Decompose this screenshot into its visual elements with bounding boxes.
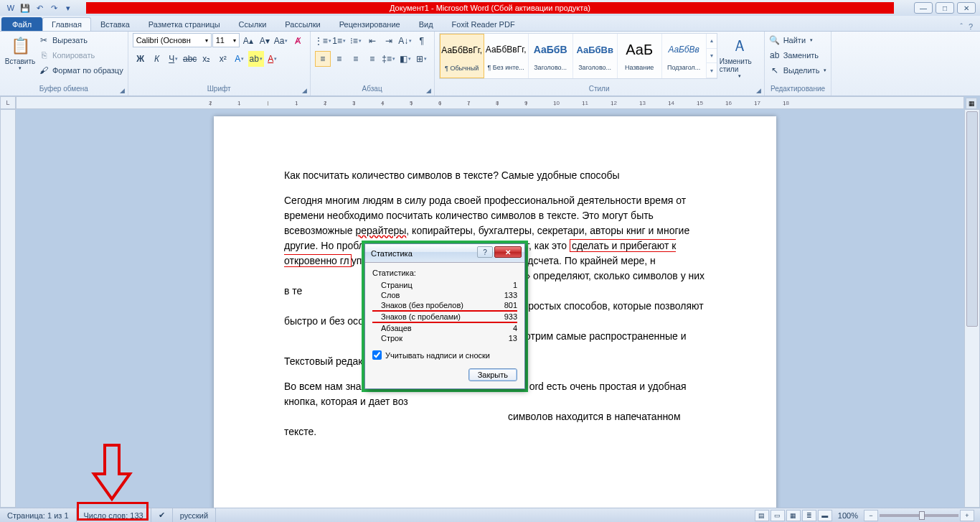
brush-icon: 🖌 <box>38 65 50 76</box>
zoom-slider[interactable] <box>880 514 958 517</box>
close-window-button[interactable]: ✕ <box>957 2 976 14</box>
paste-button[interactable]: 📋 Вставить▾ <box>4 33 36 71</box>
title-bar: W 💾 ↶ ↷ ▾ Документ1 - Microsoft Word (Сб… <box>0 0 980 16</box>
ribbon: 📋 Вставить▾ ✂Вырезать ⎘Копировать 🖌Форма… <box>0 32 980 96</box>
change-case-button[interactable]: Aa <box>273 33 289 49</box>
copy-button[interactable]: ⎘Копировать <box>38 48 123 62</box>
superscript-button[interactable]: x² <box>215 51 231 67</box>
dialog-close-ok-button[interactable]: Закрыть <box>468 368 517 381</box>
ruler-toggle[interactable]: ▦ <box>966 98 977 109</box>
tab-selector[interactable]: L <box>0 96 16 109</box>
select-button[interactable]: ↖Выделить▾ <box>769 63 827 78</box>
style-no-spacing[interactable]: АаБбВвГг,¶ Без инте... <box>484 34 529 78</box>
clipboard-launcher[interactable]: ◢ <box>120 85 125 95</box>
view-web-layout[interactable]: ▦ <box>786 510 801 521</box>
zoom-out-button[interactable]: − <box>864 510 878 521</box>
increase-indent-button[interactable]: ⇥ <box>381 33 397 49</box>
style-subtitle[interactable]: АаБбВвПодзагол... <box>662 34 707 78</box>
copy-icon: ⎘ <box>38 50 50 61</box>
minimize-ribbon-button[interactable]: ˆ <box>960 22 963 31</box>
dialog-close-button[interactable]: ✕ <box>494 246 522 258</box>
align-center-button[interactable]: ≡ <box>331 51 347 67</box>
cut-button[interactable]: ✂Вырезать <box>38 33 123 47</box>
font-color-button[interactable]: A <box>265 51 281 67</box>
show-marks-button[interactable]: ¶ <box>414 33 430 49</box>
vertical-scrollbar[interactable]: ▦ <box>964 109 980 508</box>
find-icon: 🔍 <box>769 34 781 46</box>
italic-button[interactable]: К <box>149 51 165 67</box>
horizontal-ruler[interactable]: 21 1 23 45 67 89 1011 1213 1415 1617 18 <box>16 96 964 109</box>
change-styles-button[interactable]: Ａ Изменить стили▾ <box>720 33 760 79</box>
group-editing: 🔍Найти▾ abЗаменить ↖Выделить▾ Редактиров… <box>765 32 832 95</box>
word-icon[interactable]: W <box>4 1 17 14</box>
shading-button[interactable]: ◧ <box>397 51 413 67</box>
tab-mailings[interactable]: Рассылки <box>275 17 329 31</box>
tab-insert[interactable]: Вставка <box>91 17 139 31</box>
clear-formatting-button[interactable]: Ⱥ <box>290 33 306 49</box>
format-painter-button[interactable]: 🖌Формат по образцу <box>38 63 123 78</box>
style-heading2[interactable]: АаБбВвЗаголово... <box>573 34 618 78</box>
scroll-thumb[interactable] <box>966 111 978 327</box>
annotation-wordcount-box <box>77 502 149 521</box>
align-right-button[interactable]: ≡ <box>348 51 364 67</box>
zoom-in-button[interactable]: + <box>960 510 974 521</box>
qat-more-button[interactable]: ▾ <box>62 1 75 14</box>
dialog-help-button[interactable]: ? <box>477 246 493 258</box>
maximize-button[interactable]: □ <box>936 2 954 14</box>
font-size-combo[interactable]: 11▾ <box>212 33 240 47</box>
highlight-button[interactable]: ab <box>248 51 264 67</box>
view-full-screen[interactable]: ▭ <box>771 510 785 521</box>
zoom-level[interactable]: 100% <box>838 511 858 520</box>
doc-heading: Как посчитать количество символов в текс… <box>284 168 706 183</box>
font-launcher[interactable]: ◢ <box>302 85 307 95</box>
multilevel-button[interactable]: ⁝≡ <box>348 33 364 49</box>
help-button[interactable]: ? <box>969 22 973 31</box>
status-language[interactable]: русский <box>173 508 216 522</box>
tab-file[interactable]: Файл <box>1 17 42 31</box>
dialog-titlebar[interactable]: Статистика ? ✕ <box>365 244 524 263</box>
underline-button[interactable]: Ч <box>166 51 182 67</box>
replace-button[interactable]: abЗаменить <box>769 48 819 62</box>
tab-review[interactable]: Рецензирование <box>330 17 410 31</box>
vertical-ruler[interactable] <box>0 109 16 508</box>
shrink-font-button[interactable]: A▾ <box>257 33 273 49</box>
tab-references[interactable]: Ссылки <box>230 17 276 31</box>
numbering-button[interactable]: 1≡ <box>331 33 347 49</box>
line-spacing-button[interactable]: ‡≡ <box>381 51 397 67</box>
tab-foxit[interactable]: Foxit Reader PDF <box>443 17 524 31</box>
tab-page-layout[interactable]: Разметка страницы <box>139 17 230 31</box>
decrease-indent-button[interactable]: ⇤ <box>364 33 380 49</box>
styles-launcher[interactable]: ◢ <box>756 85 761 95</box>
grow-font-button[interactable]: A▴ <box>240 33 256 49</box>
view-print-layout[interactable]: ▤ <box>755 510 769 521</box>
strike-button[interactable]: abc <box>182 51 198 67</box>
save-button[interactable]: 💾 <box>19 1 32 14</box>
style-heading1[interactable]: АаБбВЗаголово... <box>529 34 573 78</box>
text-effects-button[interactable]: A <box>232 51 248 67</box>
paragraph-launcher[interactable]: ◢ <box>426 85 431 95</box>
styles-more[interactable]: ▴▾▾ <box>707 34 717 78</box>
status-page[interactable]: Страница: 1 из 1 <box>0 508 77 522</box>
checkbox-input[interactable] <box>372 350 382 360</box>
undo-button[interactable]: ↶ <box>33 1 46 14</box>
align-left-button[interactable]: ≡ <box>315 51 331 67</box>
styles-gallery[interactable]: АаБбВвГг,¶ Обычный АаБбВвГг,¶ Без инте..… <box>439 33 717 79</box>
style-title[interactable]: АаБНазвание <box>618 34 662 78</box>
view-outline[interactable]: ≣ <box>802 510 816 521</box>
justify-button[interactable]: ≡ <box>364 51 380 67</box>
include-footnotes-checkbox[interactable]: Учитывать надписи и сноски <box>372 350 517 360</box>
borders-button[interactable]: ⊞ <box>414 51 430 67</box>
style-normal[interactable]: АаБбВвГг,¶ Обычный <box>440 34 484 78</box>
status-proofing[interactable]: ✔ <box>151 508 173 522</box>
find-button[interactable]: 🔍Найти▾ <box>769 33 813 47</box>
minimize-button[interactable]: — <box>914 2 933 14</box>
redo-button[interactable]: ↷ <box>47 1 60 14</box>
subscript-button[interactable]: x₂ <box>199 51 215 67</box>
bold-button[interactable]: Ж <box>133 51 149 67</box>
view-draft[interactable]: ▬ <box>818 510 832 521</box>
sort-button[interactable]: A↓ <box>397 33 413 49</box>
tab-view[interactable]: Вид <box>410 17 443 31</box>
bullets-button[interactable]: ⋮≡ <box>315 33 331 49</box>
tab-home[interactable]: Главная <box>42 17 91 31</box>
font-name-combo[interactable]: Calibri (Основн▾ <box>133 33 212 47</box>
